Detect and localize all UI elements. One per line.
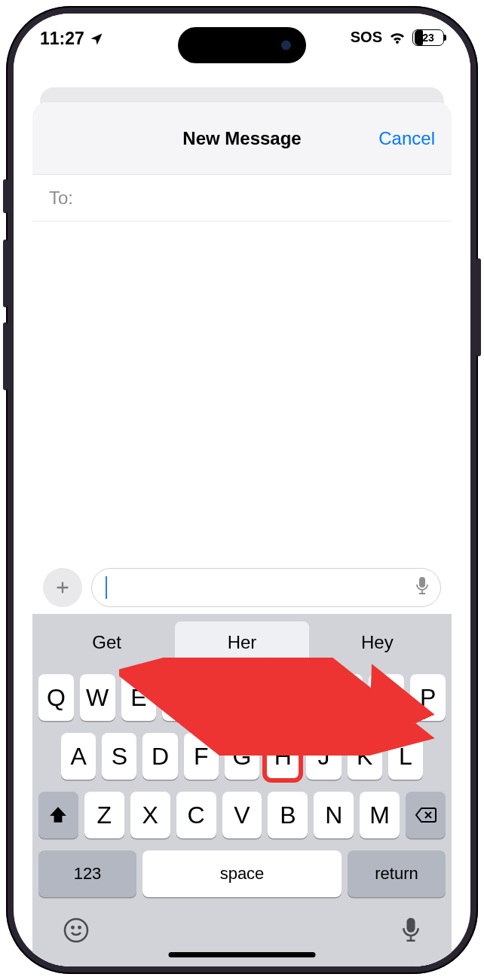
- backspace-key[interactable]: [406, 792, 446, 838]
- suggestion-3[interactable]: Hey: [311, 621, 444, 664]
- key-o[interactable]: O: [369, 674, 404, 721]
- key-q[interactable]: Q: [38, 674, 74, 721]
- battery-level: 23: [413, 32, 443, 44]
- dictation-icon[interactable]: [415, 576, 430, 599]
- add-attachment-button[interactable]: [43, 568, 82, 607]
- volume-up: [3, 240, 8, 307]
- key-r[interactable]: R: [162, 674, 198, 721]
- status-left: 11:27: [40, 29, 104, 49]
- emoji-icon: [63, 917, 90, 944]
- key-d[interactable]: D: [142, 733, 177, 780]
- svg-rect-4: [406, 917, 415, 932]
- key-t[interactable]: T: [204, 674, 239, 721]
- shift-key[interactable]: [38, 792, 78, 838]
- key-b[interactable]: B: [268, 792, 308, 838]
- svg-point-3: [78, 927, 80, 928]
- key-m[interactable]: M: [360, 792, 400, 838]
- text-cursor: [106, 576, 107, 599]
- suggestion-1[interactable]: Get: [40, 621, 173, 664]
- power-button: [476, 258, 481, 356]
- svg-rect-0: [419, 577, 425, 588]
- key-g[interactable]: G: [225, 733, 259, 780]
- keyboard-footer: [32, 905, 452, 947]
- status-time: 11:27: [40, 29, 84, 49]
- key-z[interactable]: Z: [84, 792, 124, 838]
- backspace-icon: [415, 806, 437, 824]
- suggestion-2[interactable]: Her: [175, 621, 308, 664]
- phone-frame: 11:27 SOS 23 New Message Cancel To:: [6, 6, 478, 974]
- key-v[interactable]: V: [222, 792, 262, 838]
- key-i[interactable]: I: [328, 674, 363, 721]
- key-f[interactable]: F: [184, 733, 219, 780]
- key-e[interactable]: E: [121, 674, 157, 721]
- location-icon: [89, 32, 104, 47]
- keyboard-row-3: Z X C V B N M: [38, 792, 446, 838]
- keyboard-row-1: Q W E R T Y U I O P: [38, 674, 446, 721]
- space-key[interactable]: space: [142, 850, 342, 897]
- keyboard-rows: Q W E R T Y U I O P A S D: [32, 668, 452, 838]
- cancel-button[interactable]: Cancel: [378, 128, 435, 149]
- to-label: To:: [49, 188, 73, 209]
- sos-indicator: SOS: [351, 29, 382, 46]
- return-key[interactable]: return: [348, 850, 446, 897]
- compose-area[interactable]: [32, 221, 452, 561]
- plus-icon: [54, 579, 71, 596]
- message-input-bar: [32, 561, 452, 614]
- status-right: SOS 23: [351, 29, 444, 46]
- wifi-icon: [388, 30, 406, 45]
- key-y[interactable]: Y: [245, 674, 280, 721]
- modal-title: New Message: [182, 128, 301, 149]
- silent-switch: [3, 179, 8, 213]
- mic-button[interactable]: [400, 917, 421, 947]
- key-a[interactable]: A: [61, 733, 96, 780]
- volume-down: [3, 322, 8, 390]
- mic-icon: [400, 917, 421, 944]
- key-p[interactable]: P: [410, 674, 446, 721]
- new-message-modal: New Message Cancel To:: [32, 102, 452, 966]
- key-x[interactable]: X: [130, 792, 170, 838]
- battery-icon: 23: [412, 29, 444, 46]
- dynamic-island: [178, 27, 306, 63]
- modal-header: New Message Cancel: [32, 102, 452, 175]
- keyboard: Get Her Hey Q W E R T Y U I O: [32, 614, 452, 966]
- emoji-button[interactable]: [63, 917, 90, 947]
- key-l[interactable]: L: [388, 733, 423, 780]
- key-n[interactable]: N: [314, 792, 354, 838]
- numeric-key[interactable]: 123: [38, 850, 136, 897]
- key-k[interactable]: K: [348, 733, 382, 780]
- svg-point-2: [72, 927, 73, 928]
- key-u[interactable]: U: [286, 674, 322, 721]
- to-field[interactable]: To:: [32, 175, 452, 221]
- keyboard-row-2: A S D F G H J K L: [38, 733, 446, 780]
- key-w[interactable]: W: [80, 674, 115, 721]
- shift-icon: [48, 805, 68, 825]
- suggestions-bar: Get Her Hey: [32, 614, 452, 668]
- svg-point-1: [65, 919, 87, 942]
- home-indicator[interactable]: [169, 952, 316, 957]
- keyboard-bottom-row: 123 space return: [32, 850, 452, 897]
- key-h[interactable]: H: [265, 733, 300, 780]
- screen: 11:27 SOS 23 New Message Cancel To:: [14, 14, 470, 966]
- message-input[interactable]: [91, 568, 441, 607]
- key-j[interactable]: J: [306, 733, 341, 780]
- key-s[interactable]: S: [102, 733, 136, 780]
- key-c[interactable]: C: [176, 792, 216, 838]
